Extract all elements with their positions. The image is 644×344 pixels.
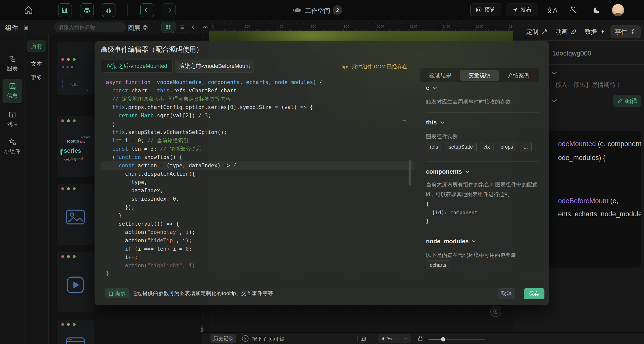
list-view-toggle[interactable]	[175, 22, 189, 33]
property-chip[interactable]: props	[497, 142, 517, 152]
component-card-wordcloud[interactable]: seriestooltiplegendlinetitlecolornormal	[57, 116, 94, 177]
nav-item-charts[interactable]: 图表	[3, 52, 22, 76]
save-button[interactable]: 保存	[524, 288, 544, 299]
code-line[interactable]: i++;	[101, 253, 415, 261]
grid-view-toggle[interactable]	[162, 22, 175, 33]
property-chip[interactable]: ...	[520, 142, 532, 152]
code-line[interactable]: return Math.sqrt(val[2]) / 3;	[101, 112, 415, 120]
code-editor[interactable]: async function vnodeMounted(e, component…	[101, 78, 415, 270]
code-line[interactable]: const chart = this.refs.vChartRef.chart	[101, 87, 415, 95]
tab-data[interactable]: 数据	[582, 25, 608, 38]
category-text[interactable]: 文本	[27, 58, 46, 70]
var-components[interactable]: components	[426, 168, 470, 175]
zoom-select[interactable]: 41%	[378, 334, 411, 343]
code-line[interactable]: if (i === len) i = 0;	[101, 245, 415, 253]
code-line[interactable]: type,	[101, 178, 415, 187]
code-token: seriesIndex:	[106, 196, 173, 202]
component-card-partial[interactable]	[57, 42, 94, 56]
tab-variable-docs[interactable]: 变量说明	[460, 70, 499, 81]
layers-panel-icon[interactable]	[142, 24, 148, 30]
nav-label: 列表	[7, 120, 18, 128]
tab-validation-result[interactable]: 验证结果	[421, 70, 460, 81]
code-line[interactable]: dataIndex,	[101, 187, 415, 195]
nav-item-list[interactable]: 列表	[3, 107, 22, 131]
code-line[interactable]: action("hideTip", i);	[101, 236, 415, 245]
ink-tool-button[interactable]	[102, 3, 115, 17]
tab-examples[interactable]: 介绍案例	[499, 70, 538, 81]
tab-vnode-before-mount[interactable]: 渲染之前-vnodeBeforeMount	[175, 60, 254, 73]
code-token: "hideTip"	[147, 237, 176, 244]
chart-tool-button[interactable]	[58, 3, 72, 17]
chevron-down-icon	[432, 86, 437, 90]
tab-vnode-mounted[interactable]: 渲染之后-vnodeMounted	[101, 60, 173, 73]
redo-button[interactable]	[162, 3, 176, 17]
edit-label: 编辑	[625, 97, 637, 105]
code-line[interactable]: this.props.chartConfig.option.series[0].…	[101, 103, 415, 112]
category-all[interactable]: 所有	[27, 40, 46, 52]
tab-animation[interactable]: 动画	[553, 25, 580, 38]
code-line[interactable]: action("highlight", i)	[101, 261, 415, 270]
property-chip[interactable]: ctx	[480, 142, 494, 152]
code-line[interactable]: (function showTips() {	[101, 153, 415, 162]
property-chip[interactable]: echarts	[426, 260, 450, 270]
code-scrollbar[interactable]	[409, 160, 411, 186]
property-chip[interactable]: setupState	[445, 142, 477, 152]
var-this[interactable]: this	[426, 119, 445, 126]
code-line[interactable]: seriesIndex: 0,	[101, 195, 415, 203]
code-line[interactable]: async function vnodeMounted(e, component…	[101, 78, 415, 87]
home-icon[interactable]	[24, 6, 33, 15]
edit-event-button[interactable]: 编辑	[613, 95, 641, 107]
tab-customize[interactable]: 定制	[523, 25, 550, 38]
code-token: const	[106, 146, 128, 152]
dark-mode-moon-icon[interactable]	[593, 6, 601, 14]
nav-item-widgets[interactable]: 小组件	[3, 135, 22, 159]
tab-events[interactable]: 事件	[610, 25, 641, 38]
search-input[interactable]	[58, 24, 127, 30]
var-node-modules[interactable]: node_modules	[426, 238, 477, 245]
preview-button[interactable]: 预览	[470, 4, 501, 16]
collapse-panel-icon[interactable]	[191, 24, 196, 30]
chevron-down-icon[interactable]	[551, 98, 558, 103]
category-more[interactable]: 更多	[27, 72, 46, 84]
component-card-text[interactable]: 我是…	[57, 55, 94, 95]
grid-toggle-button[interactable]	[357, 335, 369, 342]
lock-icon[interactable]	[418, 335, 423, 341]
code-line[interactable]: action("downplay", i);	[101, 228, 415, 236]
code-line[interactable]: });	[101, 203, 415, 211]
publish-button[interactable]: 发布	[506, 4, 537, 16]
code-line[interactable]: const len = 3; // 轮播部分提示	[101, 145, 415, 153]
code-line[interactable]: const action = (type, dataIndex) => {	[101, 162, 415, 170]
magic-wand-icon[interactable]	[569, 6, 578, 14]
code-line[interactable]: chart.dispatchAction({	[101, 170, 415, 178]
nav-item-info[interactable]: A 信息	[3, 79, 22, 103]
language-icon[interactable]: 文A	[546, 6, 557, 15]
code-line[interactable]: setInterval(() => {	[101, 220, 415, 228]
var-e[interactable]: e	[426, 84, 437, 91]
code-token: ;	[189, 246, 192, 252]
component-card-browser[interactable]	[57, 320, 94, 344]
zoom-slider[interactable]	[428, 339, 485, 340]
code-line[interactable]: }	[101, 120, 415, 128]
grid-view-icon	[166, 24, 171, 30]
zoom-slider-handle[interactable]	[441, 337, 445, 341]
layers-tool-button[interactable]	[80, 3, 94, 17]
cancel-button[interactable]: 取消	[498, 288, 515, 299]
code-token: .props.chartConfig.option.series[	[125, 104, 230, 110]
ruler-corner[interactable]	[202, 24, 209, 31]
user-avatar[interactable]	[612, 4, 624, 16]
h-ruler: 020040060080010001200140016001800	[209, 24, 513, 31]
code-line[interactable]: // 定义地图原点大小 同理可自定义标签等等内容	[101, 95, 415, 103]
code-token: dataIndex,	[106, 188, 163, 194]
code-line[interactable]: }	[101, 211, 415, 220]
undo-button[interactable]	[140, 3, 154, 17]
component-card-image[interactable]	[57, 184, 94, 245]
mini-dots	[62, 66, 73, 68]
code-line[interactable]: let i = 0; // 当前轮播索引	[101, 137, 415, 145]
help-icon[interactable]: ?	[242, 335, 249, 342]
code-line[interactable]: this.setupState.vEchartsSetOption();	[101, 128, 415, 137]
component-card-video[interactable]	[57, 252, 94, 312]
map-control-badge[interactable]	[490, 306, 501, 317]
history-button[interactable]: 历史记录	[210, 334, 236, 343]
chevron-down-icon[interactable]	[551, 71, 558, 75]
property-chip[interactable]: refs	[426, 142, 442, 152]
